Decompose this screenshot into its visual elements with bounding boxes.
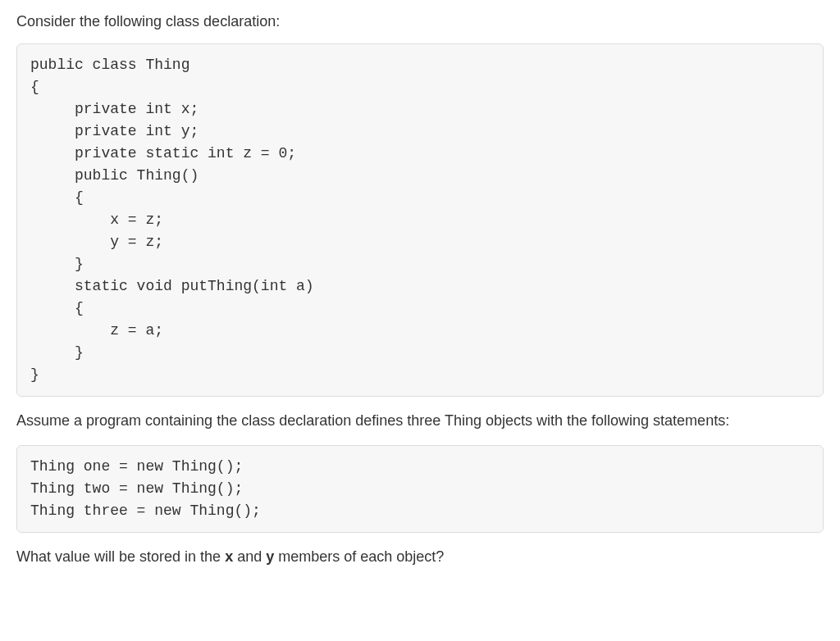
question-bold-y: y xyxy=(266,548,274,565)
code-block-objects: Thing one = new Thing(); Thing two = new… xyxy=(16,445,824,533)
question-prefix: What value will be stored in the xyxy=(16,548,225,565)
intro-text: Consider the following class declaration… xyxy=(16,13,824,30)
question-text: What value will be stored in the x and y… xyxy=(16,546,824,568)
question-bold-x: x xyxy=(225,548,233,565)
middle-text: Assume a program containing the class de… xyxy=(16,410,824,432)
question-mid: and xyxy=(233,548,266,565)
code-block-class: public class Thing { private int x; priv… xyxy=(16,43,824,397)
question-suffix: members of each object? xyxy=(274,548,444,565)
